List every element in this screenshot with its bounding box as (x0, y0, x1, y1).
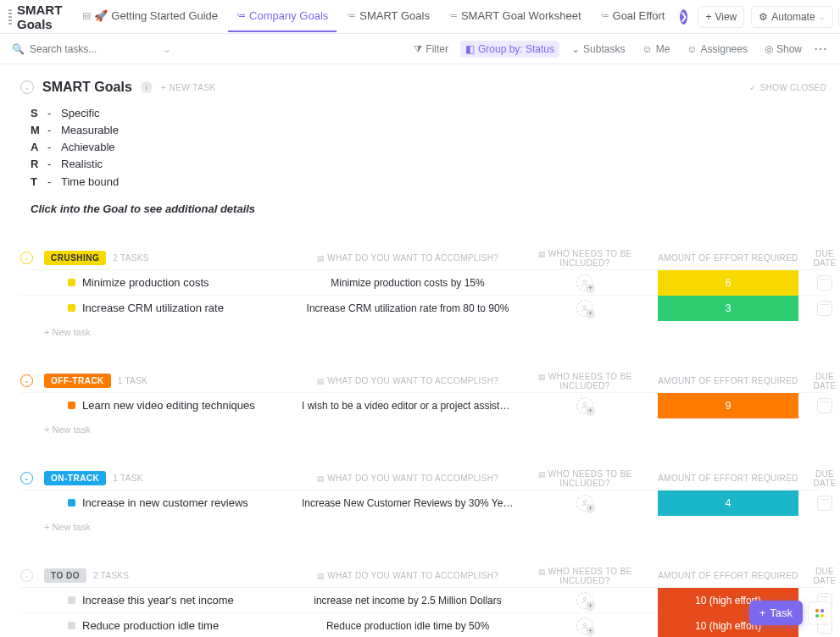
status-square-icon[interactable] (68, 499, 75, 507)
text-icon: ▤ (317, 572, 325, 580)
collapse-group-icon[interactable]: ⌄ (20, 569, 33, 582)
show-label: Show (776, 43, 802, 55)
accomplish-cell[interactable]: I wish to be a video editor or a project… (302, 400, 514, 412)
col-accomplish: ▤WHAT DO YOU WANT TO ACCOMPLISH? (302, 571, 514, 580)
col-included: ▤WHO NEEDS TO BE INCLUDED? (517, 567, 653, 585)
list-icon: ≔ (347, 10, 356, 21)
apps-launcher-icon[interactable] (808, 601, 832, 625)
col-accomplish: ▤WHAT DO YOU WANT TO ACCOMPLISH? (302, 376, 514, 385)
task-count: 1 TASK (113, 474, 142, 483)
status-square-icon[interactable] (68, 304, 75, 312)
status-pill[interactable]: OFF-TRACK (44, 374, 111, 388)
status-pill[interactable]: CRUSHING (44, 251, 106, 265)
accomplish-cell[interactable]: Reduce production idle time by 50% (302, 620, 514, 632)
collapse-list-icon[interactable]: ⌄ (20, 80, 34, 94)
task-row[interactable]: Increase CRM utilization rate Increase C… (20, 295, 826, 320)
col-effort: AMOUNT OF EFFORT REQUIRED (656, 253, 800, 263)
task-row[interactable]: Reduce production idle time Reduce produ… (20, 612, 826, 637)
def-row: M-Measurable (31, 122, 826, 139)
status-group: ⌄ TO DO 2 TASKS ▤WHAT DO YOU WANT TO ACC… (20, 565, 826, 637)
show-closed-button[interactable]: ✓SHOW CLOSED (749, 83, 826, 92)
hint-text: Click into the Goal to see additional de… (31, 202, 826, 215)
chevron-down-icon: ⌄ (819, 13, 826, 21)
text-icon: ▤ (317, 377, 325, 385)
assignee-add-icon[interactable] (576, 274, 593, 291)
list-icon: ≔ (600, 10, 609, 21)
due-date-placeholder-icon[interactable] (817, 275, 832, 291)
status-square-icon[interactable] (68, 622, 75, 629)
effort-cell[interactable]: 4 (658, 490, 798, 516)
filter-label: Filter (426, 43, 448, 55)
search-input[interactable] (30, 43, 123, 55)
collapse-group-icon[interactable]: ⌄ (20, 252, 33, 264)
task-title: Increase this year's net income (82, 594, 234, 607)
new-task-button[interactable]: + New task (44, 327, 91, 337)
accomplish-cell[interactable]: Increase CRM utilization rate from 80 to… (302, 302, 514, 314)
task-row[interactable]: Minimize production costs Minimize produ… (20, 269, 826, 295)
text-icon: ▤ (317, 254, 325, 263)
assignee-add-icon[interactable] (576, 397, 593, 414)
subtasks-button[interactable]: ⌄Subtasks (566, 41, 630, 58)
svg-point-2 (583, 402, 586, 405)
accomplish-cell[interactable]: increase net income by 2.5 Million Dolla… (302, 595, 514, 607)
col-due: DUE DATE (804, 249, 840, 268)
plus-icon: + (705, 11, 711, 23)
space-title[interactable]: SMART Goals (17, 3, 62, 31)
tab-company-goals[interactable]: ≔ Company Goals (228, 1, 337, 32)
search-tasks[interactable]: 🔍 (12, 43, 156, 55)
due-date-placeholder-icon[interactable] (817, 496, 832, 511)
new-task-float-button[interactable]: + Task (749, 601, 803, 625)
new-task-button[interactable]: + New task (44, 522, 91, 532)
assignees-button[interactable]: ☺Assignees (681, 41, 753, 58)
me-button[interactable]: ☺Me (637, 41, 675, 58)
scroll-tabs-right-icon[interactable]: ❯ (680, 9, 687, 25)
list-header: ⌄ SMART Goals i + NEW TASK ✓SHOW CLOSED (20, 80, 826, 95)
due-date-placeholder-icon[interactable] (817, 398, 832, 413)
task-row[interactable]: Increase this year's net income increase… (20, 587, 826, 612)
status-square-icon[interactable] (68, 596, 75, 604)
effort-cell[interactable]: 6 (658, 270, 798, 296)
collapse-group-icon[interactable]: ⌄ (20, 472, 33, 485)
group-by-button[interactable]: ◧Group by: Status (460, 41, 559, 58)
subtask-icon: ⌄ (571, 43, 580, 55)
assignee-add-icon[interactable] (576, 495, 593, 512)
assignee-add-icon[interactable] (576, 300, 593, 317)
top-bar: SMART Goals ▤ 🚀 Getting Started Guide ≔ … (0, 0, 840, 34)
new-task-button[interactable]: + New task (44, 424, 91, 435)
tab-getting-started[interactable]: ▤ 🚀 Getting Started Guide (74, 1, 226, 32)
status-pill[interactable]: ON-TRACK (44, 471, 106, 485)
effort-cell[interactable]: 3 (658, 296, 798, 321)
tab-goal-effort[interactable]: ≔ Goal Effort (592, 1, 674, 32)
assignee-add-icon[interactable] (576, 592, 593, 609)
show-button[interactable]: ◎Show (759, 41, 807, 58)
status-square-icon[interactable] (68, 279, 75, 286)
collapse-group-icon[interactable]: ⌄ (20, 374, 33, 387)
col-included: ▤WHO NEEDS TO BE INCLUDED? (517, 249, 653, 268)
accomplish-cell[interactable]: Minimize production costs by 15% (302, 277, 514, 289)
automate-label: Automate (771, 11, 815, 23)
col-due: DUE DATE (804, 469, 840, 488)
effort-cell[interactable]: 9 (658, 393, 798, 418)
status-square-icon[interactable] (68, 402, 75, 409)
new-task-header-button[interactable]: + NEW TASK (161, 83, 216, 92)
task-row[interactable]: Learn new video editing techniques I wis… (20, 392, 826, 418)
task-row[interactable]: Increase in new customer reviews Increas… (20, 490, 826, 515)
assignee-add-icon[interactable] (576, 618, 593, 634)
accomplish-cell[interactable]: Increase New Customer Reviews by 30% Yea… (302, 497, 514, 509)
status-pill[interactable]: TO DO (44, 568, 86, 583)
more-options-icon[interactable]: ⋯ (814, 41, 828, 57)
due-date-placeholder-icon[interactable] (817, 301, 832, 316)
add-view-button[interactable]: + View (698, 6, 744, 28)
info-icon[interactable]: i (141, 81, 153, 93)
tab-emoji: 🚀 (94, 9, 108, 22)
list-title[interactable]: SMART Goals (42, 80, 132, 95)
show-closed-label: SHOW CLOSED (760, 83, 826, 92)
search-dropdown-chevron-icon[interactable]: ⌄ (163, 43, 171, 55)
filter-button[interactable]: ⧩Filter (409, 41, 453, 58)
tab-worksheet[interactable]: ≔ SMART Goal Worksheet (440, 1, 590, 32)
tab-smart-goals[interactable]: ≔ SMART Goals (338, 1, 438, 32)
svg-point-4 (583, 597, 586, 600)
status-group: ⌄ ON-TRACK 1 TASK ▤WHAT DO YOU WANT TO A… (20, 468, 826, 533)
task-title: Increase in new customer reviews (82, 496, 248, 509)
automate-button[interactable]: ⚙ Automate ⌄ (751, 6, 832, 28)
